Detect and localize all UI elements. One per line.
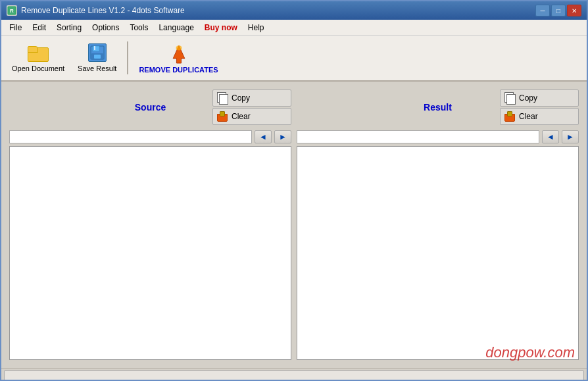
remove-duplicates-icon	[168, 42, 189, 63]
app-window: R Remove Duplicate Lines V1.2 - 4dots So…	[0, 0, 588, 381]
result-arrow-right-button[interactable]: ►	[562, 130, 579, 143]
source-controls: ◄ ►	[9, 130, 291, 143]
result-input[interactable]	[297, 130, 539, 143]
result-panel-buttons: Copy Clear	[500, 89, 579, 125]
result-textarea[interactable]	[297, 146, 579, 360]
copy-icon	[216, 92, 229, 104]
folder-icon	[28, 43, 49, 62]
result-controls: ◄ ►	[297, 130, 579, 143]
title-left: R Remove Duplicate Lines V1.2 - 4dots So…	[7, 5, 185, 16]
save-icon	[88, 43, 107, 62]
svg-point-8	[176, 45, 182, 50]
title-bar: R Remove Duplicate Lines V1.2 - 4dots So…	[1, 1, 587, 20]
menu-options[interactable]: Options	[87, 21, 124, 34]
result-title: Result	[424, 102, 452, 113]
open-document-button[interactable]: Open Document	[7, 41, 70, 75]
maximize-button[interactable]: □	[551, 5, 566, 16]
panels: Source Copy Clear	[7, 87, 581, 363]
result-clear-icon	[503, 111, 516, 122]
toolbar-separator	[127, 41, 128, 74]
menu-language[interactable]: Language	[153, 21, 199, 34]
menu-buy-now[interactable]: Buy now	[199, 21, 243, 34]
clear-icon	[216, 111, 229, 122]
source-clear-label: Clear	[232, 112, 251, 121]
source-copy-label: Copy	[232, 93, 250, 103]
remove-duplicates-label: REMOVE DUPLICATES	[139, 66, 218, 74]
source-title: Source	[135, 102, 166, 113]
toolbar: Open Document Save Result	[1, 36, 587, 82]
result-copy-button[interactable]: Copy	[500, 89, 579, 107]
svg-text:R: R	[10, 8, 14, 14]
menu-file[interactable]: File	[4, 21, 27, 34]
svg-rect-4	[94, 46, 95, 50]
source-arrow-left-button[interactable]: ◄	[255, 130, 272, 143]
result-copy-icon	[503, 92, 516, 104]
source-arrow-right-button[interactable]: ►	[274, 130, 291, 143]
result-clear-label: Clear	[519, 112, 538, 121]
menu-tools[interactable]: Tools	[124, 21, 153, 34]
result-copy-label: Copy	[519, 93, 537, 103]
remove-duplicates-button[interactable]: REMOVE DUPLICATES	[134, 39, 223, 76]
result-clear-button[interactable]: Clear	[500, 108, 579, 125]
svg-rect-3	[93, 46, 99, 51]
source-panel-header: Source Copy Clear	[9, 89, 291, 125]
menu-sorting[interactable]: Sorting	[51, 21, 87, 34]
open-document-label: Open Document	[12, 64, 64, 72]
menu-bar: File Edit Sorting Options Tools Language…	[1, 20, 587, 36]
status-panel	[4, 370, 584, 381]
menu-edit[interactable]: Edit	[27, 21, 51, 34]
minimize-button[interactable]: ─	[535, 5, 550, 16]
result-arrow-left-button[interactable]: ◄	[542, 130, 559, 143]
save-result-label: Save Result	[78, 64, 116, 72]
result-panel: Result Copy Clear	[294, 87, 581, 363]
status-bar	[1, 368, 587, 381]
source-copy-button[interactable]: Copy	[212, 89, 291, 107]
source-clear-button[interactable]: Clear	[212, 108, 291, 125]
window-title: Remove Duplicate Lines V1.2 - 4dots Soft…	[21, 6, 185, 15]
save-result-button[interactable]: Save Result	[72, 41, 122, 75]
app-icon: R	[7, 5, 17, 16]
close-button[interactable]: ✕	[567, 5, 581, 16]
source-panel: Source Copy Clear	[7, 87, 294, 363]
svg-rect-6	[94, 55, 101, 59]
title-controls: ─ □ ✕	[535, 5, 581, 16]
result-panel-header: Result Copy Clear	[297, 89, 579, 125]
source-input[interactable]	[9, 130, 252, 143]
main-content: Source Copy Clear	[1, 82, 587, 368]
source-textarea[interactable]	[9, 146, 291, 360]
source-panel-buttons: Copy Clear	[212, 89, 291, 125]
menu-help[interactable]: Help	[243, 21, 270, 34]
